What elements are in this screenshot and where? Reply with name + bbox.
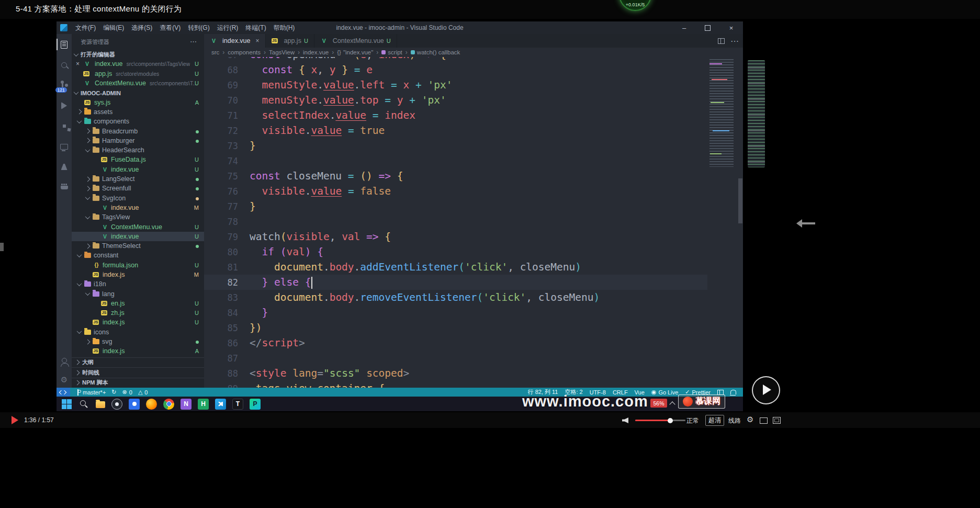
taskbar-blue-app[interactable] (129, 399, 140, 410)
tree-folder[interactable]: HeaderSearch (72, 145, 204, 155)
status-broadcast[interactable]: ◉Go Live (651, 389, 679, 396)
code-line[interactable]: 78 (204, 214, 707, 229)
test-icon[interactable] (59, 162, 70, 172)
code-line[interactable]: 84 } (204, 305, 707, 320)
status-sync[interactable]: ↻ (111, 389, 116, 396)
tree-folder[interactable]: Breadcrumb (72, 126, 204, 136)
breadcrumb-item[interactable]: components (228, 49, 261, 55)
code-line[interactable]: 80 if (val) { (204, 244, 707, 259)
tree-folder[interactable]: constant (72, 251, 204, 260)
breadcrumb-item[interactable]: src (211, 49, 219, 55)
sidebar-panel-时间线[interactable]: 时间线 (72, 367, 204, 378)
maximize-button[interactable] (696, 21, 719, 34)
tree-file[interactable]: JSindex.jsM (72, 270, 204, 279)
route-button[interactable]: 线路 (728, 416, 741, 425)
taskbar-chrome[interactable] (163, 399, 174, 410)
taskbar-pycharm[interactable]: P (250, 399, 261, 410)
explorer-icon[interactable] (59, 39, 70, 50)
editor-scrollbar[interactable] (738, 57, 743, 388)
code-line[interactable]: 89.tags-view-container { (204, 381, 707, 388)
code-line[interactable]: 87 (204, 351, 707, 366)
menubar-item[interactable]: 转到(G) (184, 21, 213, 35)
tree-file[interactable]: JSindex.jsU (72, 318, 204, 327)
remote-indicator[interactable] (57, 388, 70, 397)
code-line[interactable]: 67const openMenu = (e, index) => { (204, 57, 707, 62)
taskbar-vscode[interactable] (215, 399, 226, 410)
code-line[interactable]: 83 document.body.removeEventListener('cl… (204, 290, 707, 305)
fullscreen-icon[interactable] (773, 417, 781, 424)
quality-button[interactable]: 超清 (705, 415, 724, 426)
run-debug-icon[interactable] (59, 100, 70, 111)
sidebar-panel-NPM 脚本[interactable]: NPM 脚本 (72, 378, 204, 388)
volume-icon[interactable] (622, 417, 628, 423)
code-line[interactable]: 85}) (204, 320, 707, 335)
tree-file[interactable]: JSsys.jsA (72, 98, 204, 107)
close-tab-icon[interactable]: × (256, 37, 260, 44)
tree-file[interactable]: JSFuseData.jsU (72, 155, 204, 164)
minimap[interactable] (707, 57, 738, 388)
code-line[interactable]: 82 } else { (204, 275, 707, 290)
tree-file[interactable]: JSzh.jsU (72, 308, 204, 318)
status-branch[interactable]: master*+ (76, 389, 106, 396)
menubar-item[interactable]: 运行(R) (213, 21, 242, 35)
menubar-item[interactable]: 查看(V) (156, 21, 184, 35)
open-editors-header[interactable]: 打开的编辑器 (72, 50, 204, 59)
sidebar-more-actions[interactable]: ⋯ (190, 38, 197, 46)
playback-speed-button[interactable]: 正常 (686, 416, 699, 425)
code-line[interactable]: 69 menuStyle.value.left = x + 'px' (204, 77, 707, 93)
tree-folder[interactable]: components (72, 117, 204, 126)
tab-ContextMenu.vue[interactable]: VContextMenu.vueU (314, 34, 397, 48)
extensions-icon[interactable] (59, 121, 70, 131)
open-editor-item[interactable]: ×Vindex.vuesrc\components\TagsViewU (72, 59, 204, 69)
taskbar-search[interactable] (78, 399, 89, 410)
breadcrumb-item[interactable]: script (381, 49, 402, 55)
open-editor-item[interactable]: VContextMenu.vuesrc\components\T...U (72, 78, 204, 88)
volume-slider[interactable] (635, 420, 685, 421)
sidebar-panel-大纲[interactable]: 大纲 (72, 357, 204, 368)
docker-icon[interactable] (59, 182, 70, 193)
taskbar-file-explorer[interactable] (96, 401, 105, 408)
tree-folder[interactable]: svg (72, 337, 204, 346)
taskbar-firefox[interactable] (146, 399, 157, 410)
code-line[interactable]: 88<style lang="scss" scoped> (204, 366, 707, 381)
code-line[interactable]: 73} (204, 138, 707, 153)
code-line[interactable]: 86</script> (204, 335, 707, 351)
settings-icon[interactable]: ⚙ (59, 374, 70, 385)
code-line[interactable]: 79watch(visible, val => { (204, 229, 707, 244)
tree-folder[interactable]: SvgIcon (72, 193, 204, 202)
minimize-button[interactable]: – (672, 21, 696, 34)
tree-folder[interactable]: icons (72, 328, 204, 337)
scrollbar-thumb[interactable] (738, 178, 742, 223)
menubar-item[interactable]: 编辑(E) (99, 21, 128, 35)
remote-explorer-icon[interactable] (59, 141, 70, 152)
taskbar-h-app[interactable]: H (198, 399, 209, 410)
volume-knob[interactable] (668, 418, 673, 423)
player-settings-icon[interactable]: ⚙ (747, 415, 753, 424)
code-line[interactable]: 74 (204, 153, 707, 168)
status-error[interactable]: ⊗0 (122, 389, 132, 396)
play-button[interactable] (12, 416, 18, 424)
tree-folder[interactable]: ThemeSelect (72, 241, 204, 251)
tree-folder[interactable]: i18n (72, 279, 204, 289)
tree-folder[interactable]: Screenfull (72, 184, 204, 193)
menubar-item[interactable]: 终端(T) (242, 21, 269, 35)
breadcrumb-item[interactable]: {}"index.vue" (337, 49, 373, 55)
code-line[interactable]: 77} (204, 199, 707, 214)
split-editor-icon[interactable] (718, 38, 725, 44)
taskbar-start-menu[interactable] (61, 399, 72, 410)
status-layout[interactable] (717, 390, 724, 395)
tree-folder[interactable]: LangSelect (72, 174, 204, 184)
back-arrow-icon[interactable] (798, 222, 815, 224)
play-overlay-button[interactable] (752, 376, 780, 404)
close-editor-icon[interactable]: × (76, 60, 83, 67)
more-actions-icon[interactable]: ⋯ (730, 36, 739, 46)
code-line[interactable]: 71 selectIndex.value = index (204, 108, 707, 123)
tree-file[interactable]: Vindex.vueU (72, 232, 204, 241)
tree-folder[interactable]: TagsView (72, 212, 204, 222)
breadcrumb-item[interactable]: TagsView (269, 49, 295, 55)
menubar-item[interactable]: 帮助(H) (270, 21, 299, 35)
tree-file[interactable]: VContextMenu.vueU (72, 222, 204, 231)
account-icon[interactable] (59, 355, 70, 366)
tree-file[interactable]: Vindex.vueU (72, 165, 204, 174)
code-line[interactable]: 75const closeMenu = () => { (204, 168, 707, 184)
